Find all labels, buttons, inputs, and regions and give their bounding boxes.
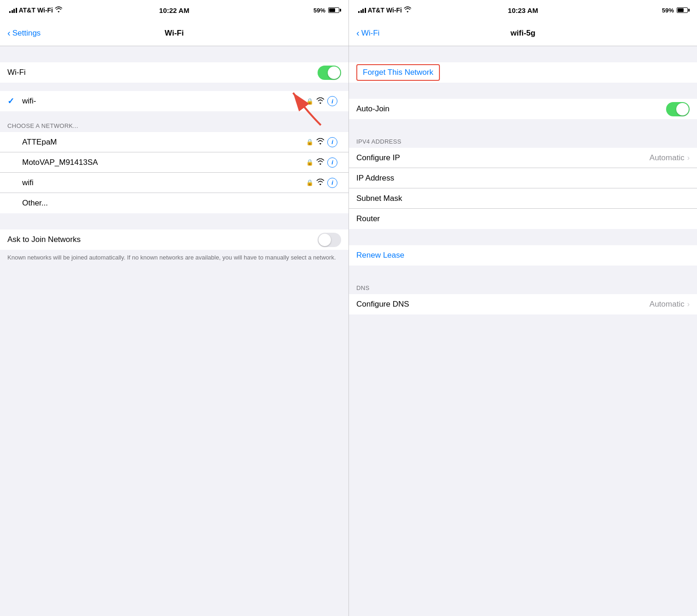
lock-icon-1: 🔒 [306, 159, 313, 166]
configure-ip-value: Automatic [649, 153, 685, 163]
wifi-status-icon-left [55, 6, 62, 14]
forget-network-row[interactable]: Forget This Network [349, 62, 697, 83]
time-left: 10:22 AM [159, 6, 189, 14]
network-row-0[interactable]: ATTEpaM 🔒 i [0, 132, 348, 152]
back-chevron-right: ‹ [356, 28, 360, 38]
signal-bar-1 [9, 11, 11, 13]
auto-join-toggle-knob [676, 103, 689, 115]
back-chevron-left: ‹ [7, 28, 11, 38]
spacer-r5 [349, 266, 697, 282]
configure-ip-chevron: › [687, 154, 690, 162]
footer-text: Known networks will be joined automatica… [0, 250, 348, 269]
ip-address-row: IP Address [349, 168, 697, 188]
auto-join-row: Auto-Join [349, 99, 697, 119]
signal-bar-r1 [358, 11, 360, 13]
content-right: Forget This Network Auto-Join IPV4 ADDRE… [349, 46, 697, 616]
auto-join-label: Auto-Join [356, 104, 666, 114]
status-bar-left: AT&T Wi-Fi 10:22 AM 59% [0, 0, 348, 20]
network-icons-0: 🔒 i [306, 137, 337, 147]
status-right-right: 59% [662, 7, 688, 14]
network-icons-2: 🔒 i [306, 178, 337, 188]
signal-bars-left [9, 8, 17, 13]
ask-join-row: Ask to Join Networks [0, 229, 348, 250]
ask-join-toggle[interactable] [318, 233, 341, 247]
ask-join-group: Ask to Join Networks [0, 229, 348, 250]
dns-header: DNS [349, 282, 697, 294]
wifi-icon-2 [316, 179, 324, 187]
status-bar-right: AT&T Wi-Fi 10:23 AM 59% [349, 0, 697, 20]
ipv4-group: Configure IP Automatic › IP Address Subn… [349, 148, 697, 229]
configure-ip-label: Configure IP [356, 153, 649, 163]
signal-bar-r2 [361, 10, 362, 13]
spacer-r2 [349, 83, 697, 99]
signal-bar-2 [12, 10, 13, 13]
configure-ip-row[interactable]: Configure IP Automatic › [349, 148, 697, 168]
info-icon-2[interactable]: i [327, 178, 337, 188]
configure-dns-chevron: › [687, 300, 690, 308]
signal-bars-right [358, 8, 366, 13]
network-name-other: Other... [22, 199, 341, 208]
red-arrow-svg [261, 84, 335, 130]
info-icon-1[interactable]: i [327, 157, 337, 168]
battery-icon-right [677, 7, 688, 13]
nav-bar-right: ‹ Wi-Fi wifi-5g [349, 20, 697, 46]
spacer-r4 [349, 229, 697, 245]
configure-dns-label: Configure DNS [356, 300, 649, 309]
time-right: 10:23 AM [508, 6, 538, 14]
forget-network-group: Forget This Network [349, 62, 697, 83]
left-panel: AT&T Wi-Fi 10:22 AM 59% ‹ Settings [0, 0, 348, 616]
network-row-2[interactable]: wifi 🔒 i [0, 173, 348, 193]
nav-title-left: Wi-Fi [165, 29, 184, 38]
wifi-icon-0 [316, 138, 324, 146]
spacer-4 [0, 213, 348, 229]
back-label-right: Wi-Fi [361, 29, 380, 38]
network-icons-1: 🔒 i [306, 157, 337, 168]
ask-join-toggle-knob [318, 234, 331, 246]
battery-icon-left [328, 7, 339, 13]
router-label: Router [356, 214, 690, 223]
ipv4-header: IPV4 ADDRESS [349, 135, 697, 148]
status-left-right: AT&T Wi-Fi [358, 6, 411, 14]
nav-bar-left: ‹ Settings Wi-Fi [0, 20, 348, 46]
renew-lease-group: Renew Lease [349, 245, 697, 266]
spacer-r3 [349, 119, 697, 135]
wifi-toggle-knob [328, 66, 340, 79]
configure-dns-row[interactable]: Configure DNS Automatic › [349, 294, 697, 314]
battery-fill-left [329, 8, 335, 12]
content-left: Wi-Fi ✓ wifi- 🔒 [0, 46, 348, 616]
signal-bar-4 [16, 8, 17, 13]
renew-lease-button[interactable]: Renew Lease [356, 251, 404, 260]
subnet-mask-row: Subnet Mask [349, 188, 697, 209]
router-row: Router [349, 209, 697, 229]
auto-join-group: Auto-Join [349, 99, 697, 119]
network-row-other[interactable]: Other... [0, 193, 348, 213]
back-label-left: Settings [12, 29, 41, 38]
configure-dns-value: Automatic [649, 300, 685, 309]
wifi-toggle-group: Wi-Fi [0, 62, 348, 83]
wifi-icon-1 [316, 158, 324, 167]
wifi-label: Wi-Fi [7, 68, 318, 77]
network-row-1[interactable]: MotoVAP_M91413SA 🔒 i [0, 152, 348, 173]
carrier-left: AT&T Wi-Fi [19, 6, 53, 14]
wifi-status-icon-right [404, 6, 411, 14]
checkmark-icon: ✓ [7, 96, 17, 106]
lock-icon-0: 🔒 [306, 139, 313, 145]
lock-icon-2: 🔒 [306, 179, 313, 186]
back-button-right[interactable]: ‹ Wi-Fi [356, 28, 379, 38]
ip-address-label: IP Address [356, 174, 690, 183]
battery-fill-right [678, 8, 684, 12]
wifi-toggle[interactable] [318, 66, 341, 80]
wifi-toggle-row: Wi-Fi [0, 62, 348, 83]
auto-join-toggle[interactable] [666, 102, 690, 116]
signal-bar-r3 [362, 9, 364, 13]
carrier-right: AT&T Wi-Fi [368, 6, 402, 14]
info-icon-0[interactable]: i [327, 137, 337, 147]
back-button-left[interactable]: ‹ Settings [7, 28, 41, 38]
network-name-2: wifi [22, 178, 306, 187]
spacer-1 [0, 46, 348, 62]
signal-bar-r4 [365, 8, 366, 13]
dns-group: Configure DNS Automatic › [349, 294, 697, 314]
renew-lease-row[interactable]: Renew Lease [349, 245, 697, 266]
network-name-1: MotoVAP_M91413SA [22, 158, 306, 167]
forget-network-button[interactable]: Forget This Network [356, 64, 440, 81]
